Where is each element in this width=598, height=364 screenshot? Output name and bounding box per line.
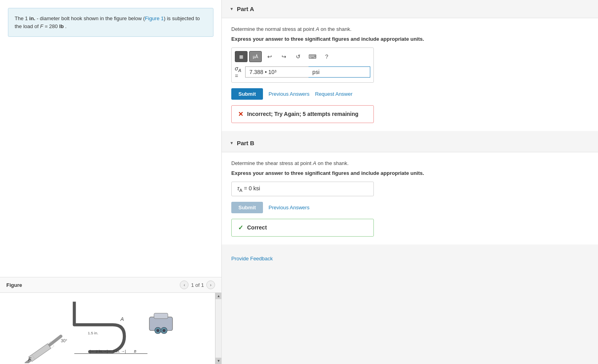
part-b-title: Part B xyxy=(237,140,254,146)
part-a-feedback-box: ✕ Incorrect; Try Again; 5 attempts remai… xyxy=(231,105,374,123)
keyboard-button[interactable]: ⌨ xyxy=(306,51,319,62)
part-b-section: ▼ Part B Determine the shear stress at p… xyxy=(222,134,598,245)
part-a-input-row: σA = xyxy=(235,65,370,79)
math-toolbar: ▦ μÅ ↩ ↪ ↺ ⌨ ? xyxy=(235,51,370,62)
scrollbar-up-button[interactable]: ▲ xyxy=(215,293,221,299)
figure-image: A 1.5 in. xyxy=(0,293,221,364)
matrix-icon-button[interactable]: ▦ xyxy=(235,51,248,62)
undo-button[interactable]: ↩ xyxy=(263,51,276,62)
bolt-hook-diagram: A 1.5 in. xyxy=(14,294,208,363)
tau-label: τA = 0 ksi xyxy=(237,185,260,193)
part-b-input: τA = 0 ksi xyxy=(231,182,374,196)
svg-text:30°: 30° xyxy=(61,338,67,343)
part-a-content: Determine the normal stress at point A o… xyxy=(222,18,598,131)
reset-button[interactable]: ↺ xyxy=(292,51,305,62)
part-a-submit-row: Submit Previous Answers Request Answer xyxy=(231,88,588,100)
sigma-label: σA = xyxy=(235,65,244,79)
figure-prev-button[interactable]: ‹ xyxy=(180,281,189,289)
part-b-submit-row: Submit Previous Answers xyxy=(231,202,588,213)
mu-button[interactable]: μÅ xyxy=(249,51,262,62)
part-b-submit-button[interactable]: Submit xyxy=(231,202,263,213)
figure-scrollbar[interactable]: ▲ ▼ xyxy=(215,293,221,364)
part-a-section: ▼ Part A Determine the normal stress at … xyxy=(222,0,598,131)
correct-icon: ✓ xyxy=(238,224,243,231)
problem-text-content: The 1 in. - diameter bolt hook shown in … xyxy=(15,15,200,29)
part-b-header[interactable]: ▼ Part B xyxy=(222,134,598,152)
part-a-unit-input[interactable] xyxy=(309,66,370,78)
incorrect-icon: ✕ xyxy=(238,110,243,118)
svg-text:|← 2 in.→|← 2 in. →|: |← 2 in.→|← 2 in. →| xyxy=(90,349,126,353)
right-panel: ▼ Part A Determine the normal stress at … xyxy=(222,0,598,364)
part-b-chevron-icon: ▼ xyxy=(230,141,234,145)
figure-label: Figure xyxy=(6,282,22,288)
part-a-header[interactable]: ▼ Part A xyxy=(222,0,598,18)
redo-button[interactable]: ↪ xyxy=(278,51,290,62)
left-panel: The 1 in. - diameter bolt hook shown in … xyxy=(0,0,222,364)
svg-rect-7 xyxy=(154,313,168,318)
svg-rect-1 xyxy=(29,343,51,361)
figure-section: Figure ‹ 1 of 1 › xyxy=(0,277,221,364)
problem-statement: The 1 in. - diameter bolt hook shown in … xyxy=(8,8,213,37)
part-a-value-input[interactable] xyxy=(245,66,309,78)
part-a-instruction: Express your answer to three significant… xyxy=(231,36,588,42)
scrollbar-down-button[interactable]: ▼ xyxy=(215,358,221,364)
part-a-submit-button[interactable]: Submit xyxy=(231,88,263,100)
svg-point-11 xyxy=(162,329,166,332)
figure-navigation: ‹ 1 of 1 › xyxy=(180,281,215,289)
figure-link[interactable]: Figure 1 xyxy=(145,15,164,21)
part-a-request-answer-link[interactable]: Request Answer xyxy=(315,91,352,97)
part-b-feedback-box: ✓ Correct xyxy=(231,219,374,237)
figure-header: Figure ‹ 1 of 1 › xyxy=(0,277,221,293)
figure-next-button[interactable]: › xyxy=(206,281,215,289)
part-a-math-input: ▦ μÅ ↩ ↪ ↺ ⌨ ? σA = xyxy=(231,47,374,83)
part-a-chevron-icon: ▼ xyxy=(230,7,234,11)
svg-text:B: B xyxy=(134,349,136,353)
svg-text:A: A xyxy=(120,317,124,322)
figure-pagination: 1 of 1 xyxy=(191,282,204,288)
part-b-prev-answers-link[interactable]: Previous Answers xyxy=(269,205,309,210)
part-b-description: Determine the shear stress at point A on… xyxy=(231,160,588,166)
provide-feedback-link[interactable]: Provide Feedback xyxy=(222,249,598,268)
help-button[interactable]: ? xyxy=(320,51,333,62)
svg-text:1.5 in.: 1.5 in. xyxy=(88,331,98,335)
part-b-instruction: Express your answer to three significant… xyxy=(231,170,588,176)
svg-rect-6 xyxy=(149,317,172,330)
part-a-prev-answers-link[interactable]: Previous Answers xyxy=(269,91,309,97)
part-a-title: Part A xyxy=(237,6,254,12)
part-a-description: Determine the normal stress at point A o… xyxy=(231,26,588,32)
provide-feedback-section: Provide Feedback xyxy=(222,248,598,276)
svg-point-9 xyxy=(156,329,159,332)
svg-text:F: F xyxy=(28,357,31,362)
part-a-feedback-text: Incorrect; Try Again; 5 attempts remaini… xyxy=(247,111,358,117)
part-b-content: Determine the shear stress at point A on… xyxy=(222,152,598,245)
part-b-feedback-text: Correct xyxy=(247,224,267,231)
